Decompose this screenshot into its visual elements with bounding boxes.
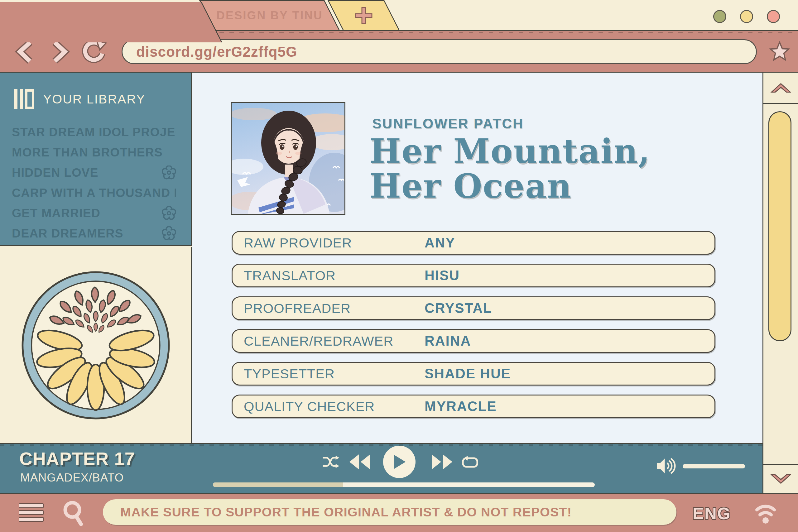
library-item[interactable]: GET MARRIED [0, 203, 191, 223]
sunflower-logo [18, 267, 174, 423]
play-button[interactable] [383, 446, 416, 478]
credit-name: ANY [424, 235, 455, 251]
cover-illustration [232, 103, 344, 214]
menu-button[interactable] [19, 503, 44, 522]
back-button[interactable] [14, 40, 37, 63]
library-sidebar: YOUR LIBRARY STAR DREAM IDOL PROJECT MOR… [0, 73, 192, 246]
chapter-title: CHAPTER 17 [19, 448, 135, 469]
library-icon [14, 89, 34, 109]
repeat-button[interactable] [461, 456, 479, 469]
forward-button[interactable] [48, 40, 71, 63]
bottom-bar: MAKE SURE TO SUPPORT THE ORIGINAL ARTIST… [0, 493, 798, 532]
progress-bar[interactable] [213, 482, 595, 487]
title-line-1: Her Mountain, [370, 134, 650, 169]
volume-icon[interactable] [656, 457, 677, 475]
refresh-button[interactable] [80, 39, 107, 65]
chevron-down-icon [771, 474, 791, 484]
credit-row: TRANSLATOR HISU [232, 264, 716, 287]
menu-bar [19, 510, 44, 515]
credit-row: TYPESETTER SHADE HUE [232, 362, 716, 385]
credit-row: RAW PROVIDER ANY [232, 231, 716, 254]
cover-image [231, 102, 345, 215]
credit-name: MYRACLE [424, 399, 497, 414]
plus-icon [354, 6, 374, 25]
browser-window: DESIGN BY TINU [0, 0, 798, 532]
fast-forward-button[interactable] [431, 454, 453, 469]
scroll-thumb[interactable] [768, 111, 792, 341]
credit-name: HISU [424, 268, 460, 283]
shuffle-button[interactable] [322, 455, 340, 469]
credit-role: TRANSLATOR [244, 268, 424, 283]
notice-pill: MAKE SURE TO SUPPORT THE ORIGINAL ARTIST… [103, 499, 677, 525]
window-dot-green[interactable] [713, 10, 726, 23]
content-area: YOUR LIBRARY STAR DREAM IDOL PROJECT MOR… [0, 73, 798, 443]
library-item[interactable]: DEAR DREAMERS [0, 223, 191, 243]
url-bar[interactable]: discord.gg/erG2zffq5G [121, 39, 757, 64]
credit-role: RAW PROVIDER [244, 235, 424, 251]
flower-gear-icon[interactable] [162, 206, 176, 220]
library-header: YOUR LIBRARY [0, 73, 191, 109]
scroll-up-button[interactable] [763, 73, 798, 104]
chevron-up-icon [771, 82, 791, 93]
credit-role: QUALITY CHECKER [244, 399, 424, 414]
tab-design-credit[interactable]: DESIGN BY TINU [199, 0, 340, 31]
new-tab-button[interactable] [328, 0, 400, 31]
logo-panel [0, 247, 192, 443]
main-pane: SUNFLOWER PATCH Her Mountain, Her Ocean … [192, 73, 762, 443]
language-selector[interactable]: ENG [692, 504, 731, 523]
scroll-down-button[interactable] [763, 464, 798, 493]
window-dot-pink[interactable] [767, 10, 780, 23]
perforation-strip [0, 444, 762, 446]
window-controls [713, 10, 780, 23]
rewind-button[interactable] [348, 454, 371, 469]
notice-text: MAKE SURE TO SUPPORT THE ORIGINAL ARTIST… [120, 505, 572, 519]
progress-fill [213, 482, 343, 487]
window-dot-yellow[interactable] [740, 10, 753, 23]
series-label: SUNFLOWER PATCH [372, 116, 524, 132]
library-item[interactable]: HIDDEN LOVE [0, 163, 191, 183]
chapter-sources: MANGADEX/BATO [20, 471, 124, 484]
library-item[interactable]: CARP WITH A THOUSAND E... [0, 183, 191, 203]
library-item[interactable]: STAR DREAM IDOL PROJECT [0, 122, 191, 142]
scrollbar[interactable] [762, 73, 798, 493]
library-title: YOUR LIBRARY [43, 92, 146, 107]
credit-role: PROOFREADER [244, 301, 424, 316]
design-credit-label: DESIGN BY TINU [216, 9, 323, 22]
flower-gear-icon[interactable] [162, 226, 176, 241]
credit-role: CLEANER/REDRAWER [244, 334, 424, 349]
url-text: discord.gg/erG2zffq5G [136, 43, 297, 60]
bookmark-star-button[interactable] [769, 41, 790, 62]
play-icon [393, 454, 406, 469]
menu-bar [19, 503, 44, 508]
player-bar: CHAPTER 17 MANGADEX/BATO [0, 443, 762, 493]
page-title: Her Mountain, Her Ocean [370, 134, 650, 204]
credit-row: QUALITY CHECKER MYRACLE [232, 395, 716, 418]
tab-bar: DESIGN BY TINU [0, 0, 798, 31]
library-item[interactable]: MORE THAN BROTHERS [0, 142, 191, 163]
menu-bar [19, 517, 44, 522]
credit-role: TYPESETTER [244, 366, 424, 381]
credit-name: SHADE HUE [424, 366, 511, 381]
credit-row: CLEANER/REDRAWER RAINA [232, 329, 716, 353]
flower-gear-icon[interactable] [162, 166, 176, 180]
active-tab[interactable] [0, 2, 222, 42]
title-line-2: Her Ocean [370, 169, 650, 204]
volume-slider[interactable] [683, 464, 745, 469]
search-button[interactable] [61, 500, 86, 527]
credits-list: RAW PROVIDER ANY TRANSLATOR HISU PROOFRE… [232, 231, 716, 418]
credit-name: CRYSTAL [424, 301, 492, 316]
credit-name: RAINA [424, 333, 471, 349]
credit-row: PROOFREADER CRYSTAL [232, 297, 716, 320]
wifi-icon [752, 500, 779, 526]
library-list: STAR DREAM IDOL PROJECT MORE THAN BROTHE… [0, 122, 191, 243]
